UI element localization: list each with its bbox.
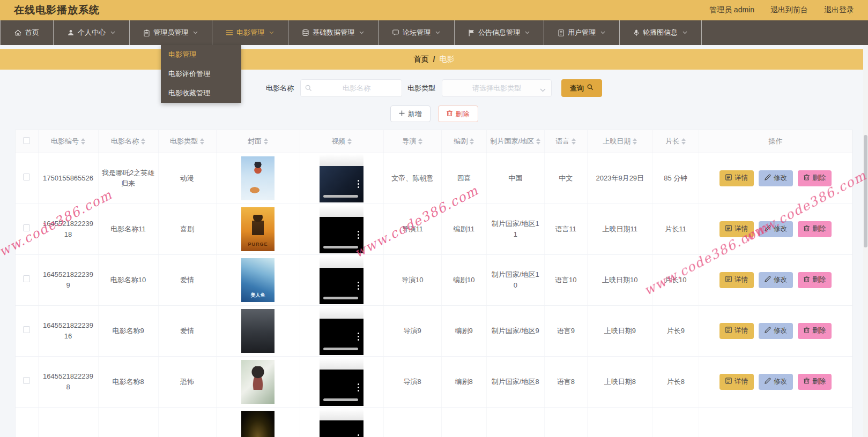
movie-name-cell xyxy=(98,407,158,437)
video-progress-bar[interactable] xyxy=(323,297,359,299)
detail-button[interactable]: 详情 xyxy=(719,221,754,237)
writer-cell xyxy=(441,407,486,437)
movie-id-cell: 164552182223918 xyxy=(38,204,98,254)
delete-button[interactable]: 删除 xyxy=(798,221,832,237)
scrollbar-thumb[interactable] xyxy=(864,135,867,247)
video-player[interactable] xyxy=(320,409,363,437)
chevron-down-icon xyxy=(435,31,440,34)
delete-button[interactable]: 删除 xyxy=(798,323,832,339)
column-header[interactable]: 制片国家/地区 xyxy=(486,130,544,153)
exit-to-front-link[interactable]: 退出到前台 xyxy=(770,5,808,15)
video-player[interactable] xyxy=(320,154,363,202)
sort-icon[interactable] xyxy=(572,138,576,145)
delete-button[interactable]: 删除 xyxy=(798,272,832,288)
nav-item-6[interactable]: 公告信息管理 xyxy=(455,20,544,45)
video-player[interactable] xyxy=(320,205,363,253)
sort-icon[interactable] xyxy=(200,138,204,145)
home-icon xyxy=(14,29,21,36)
nav-item-0[interactable]: 首页 xyxy=(0,20,54,45)
video-menu-dots-icon[interactable] xyxy=(358,333,359,341)
sort-icon[interactable] xyxy=(418,138,422,145)
row-checkbox[interactable] xyxy=(23,377,30,384)
breadcrumb-home[interactable]: 首页 xyxy=(414,55,429,64)
video-menu-dots-icon[interactable] xyxy=(358,434,359,437)
dropdown-item-0[interactable]: 电影管理 xyxy=(161,45,241,64)
row-checkbox[interactable] xyxy=(23,275,30,282)
video-menu-dots-icon[interactable] xyxy=(358,282,359,290)
edit-button[interactable]: 修改 xyxy=(759,170,793,186)
nav-item-8[interactable]: 轮播图信息 xyxy=(620,20,702,45)
table-row: 164552182223916电影名称9爱情导演9编剧9制片国家/地区9语言9上… xyxy=(16,305,852,356)
query-button[interactable]: 查询 xyxy=(561,79,602,97)
movie-type-cell: 爱情 xyxy=(158,305,216,356)
video-menu-dots-icon[interactable] xyxy=(358,231,359,239)
video-progress-bar[interactable] xyxy=(323,246,359,248)
column-header[interactable]: 上映日期 xyxy=(587,130,652,153)
nav-item-7[interactable]: 用户管理 xyxy=(544,20,620,45)
batch-delete-button[interactable]: 删除 xyxy=(438,106,478,122)
movie-type-select[interactable]: 请选择电影类型 xyxy=(442,79,552,97)
nav-item-5[interactable]: 论坛管理 xyxy=(379,20,455,45)
column-header[interactable]: 视频 xyxy=(300,130,383,153)
nav-item-4[interactable]: 基础数据管理 xyxy=(288,20,379,45)
column-header[interactable]: 导演 xyxy=(383,130,441,153)
pencil-icon xyxy=(765,225,771,233)
column-header[interactable]: 片长 xyxy=(652,130,699,153)
nav-item-2[interactable]: 管理员管理 xyxy=(130,20,212,45)
scrollbar-track[interactable] xyxy=(863,45,868,437)
sort-icon[interactable] xyxy=(633,138,637,145)
pencil-icon xyxy=(765,378,771,386)
delete-button[interactable]: 删除 xyxy=(798,374,832,390)
select-all-checkbox[interactable] xyxy=(23,137,30,144)
row-checkbox[interactable] xyxy=(23,326,30,333)
column-header[interactable]: 电影类型 xyxy=(158,130,216,153)
column-header[interactable]: 语言 xyxy=(544,130,587,153)
edit-button[interactable]: 修改 xyxy=(759,221,793,237)
sort-icon[interactable] xyxy=(347,138,352,145)
table-toolbar: 新增 删除 xyxy=(0,106,868,122)
admin-user-label: 管理员 admin xyxy=(709,5,754,15)
duration-cell: 片长10 xyxy=(652,254,699,305)
delete-button[interactable]: 删除 xyxy=(798,170,832,186)
dropdown-item-2[interactable]: 电影收藏管理 xyxy=(161,84,241,103)
column-header[interactable]: 电影名称 xyxy=(98,130,158,153)
detail-button[interactable]: 详情 xyxy=(719,170,754,186)
row-checkbox[interactable] xyxy=(23,224,30,231)
video-player[interactable] xyxy=(320,358,363,406)
movie-name-input[interactable] xyxy=(300,79,402,97)
edit-button[interactable]: 修改 xyxy=(759,272,793,288)
detail-icon xyxy=(725,378,732,386)
sort-icon[interactable] xyxy=(536,138,540,145)
video-player[interactable] xyxy=(320,256,363,304)
video-menu-dots-icon[interactable] xyxy=(358,180,359,188)
sort-icon[interactable] xyxy=(81,138,85,145)
logout-link[interactable]: 退出登录 xyxy=(824,5,854,15)
nav-item-1[interactable]: 个人中心 xyxy=(54,20,130,45)
add-button[interactable]: 新增 xyxy=(390,106,431,122)
chevron-down-icon xyxy=(110,31,115,34)
dropdown-item-1[interactable]: 电影评价管理 xyxy=(161,64,241,84)
detail-button[interactable]: 详情 xyxy=(719,374,754,390)
detail-button[interactable]: 详情 xyxy=(719,323,754,339)
video-player[interactable] xyxy=(320,307,363,355)
detail-icon xyxy=(725,276,732,284)
video-progress-bar[interactable] xyxy=(323,348,359,350)
edit-button[interactable]: 修改 xyxy=(759,374,793,390)
column-header[interactable]: 编剧 xyxy=(441,130,486,153)
video-progress-bar[interactable] xyxy=(323,398,359,401)
edit-button[interactable]: 修改 xyxy=(759,323,793,339)
detail-button[interactable]: 详情 xyxy=(719,272,754,288)
video-progress-bar[interactable] xyxy=(323,195,359,198)
video-menu-dots-icon[interactable] xyxy=(358,383,359,391)
nav-item-3[interactable]: 电影管理 xyxy=(212,20,288,45)
column-header[interactable]: 封面 xyxy=(216,130,300,153)
cover-image xyxy=(241,309,275,353)
sort-icon[interactable] xyxy=(681,138,686,145)
table-row xyxy=(16,407,852,437)
sort-icon[interactable] xyxy=(470,138,474,145)
sort-icon[interactable] xyxy=(141,138,145,145)
table-row: 16455218222399电影名称10爱情美人鱼导演10编剧10制片国家/地区… xyxy=(16,254,852,305)
sort-icon[interactable] xyxy=(264,138,268,145)
row-checkbox[interactable] xyxy=(23,174,30,180)
column-header[interactable]: 电影编号 xyxy=(38,130,98,153)
